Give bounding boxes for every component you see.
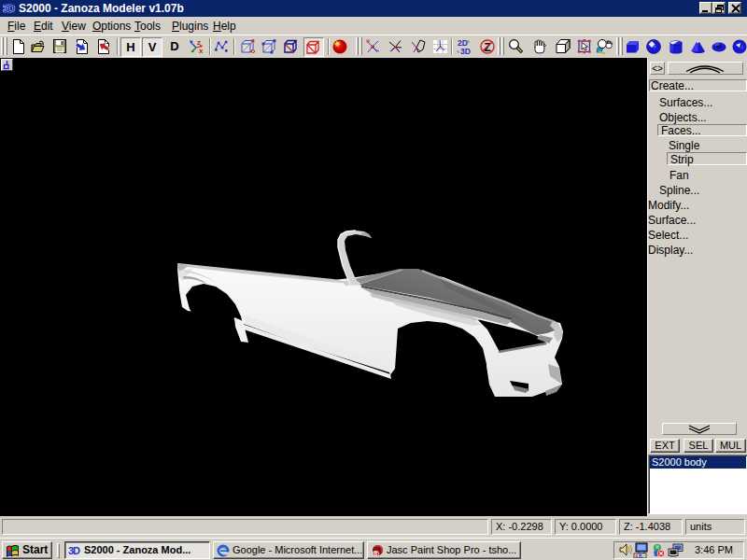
svg-text:3D: 3D xyxy=(68,545,80,556)
svg-text:c: c xyxy=(642,553,645,559)
svg-text:3D: 3D xyxy=(460,47,471,56)
svg-text:8: 8 xyxy=(374,551,378,557)
svg-text:z: z xyxy=(197,38,201,47)
svg-text:3:46 PM: 3:46 PM xyxy=(695,544,733,555)
svg-text:3D: 3D xyxy=(3,3,15,14)
svg-text:x: x xyxy=(199,47,204,55)
